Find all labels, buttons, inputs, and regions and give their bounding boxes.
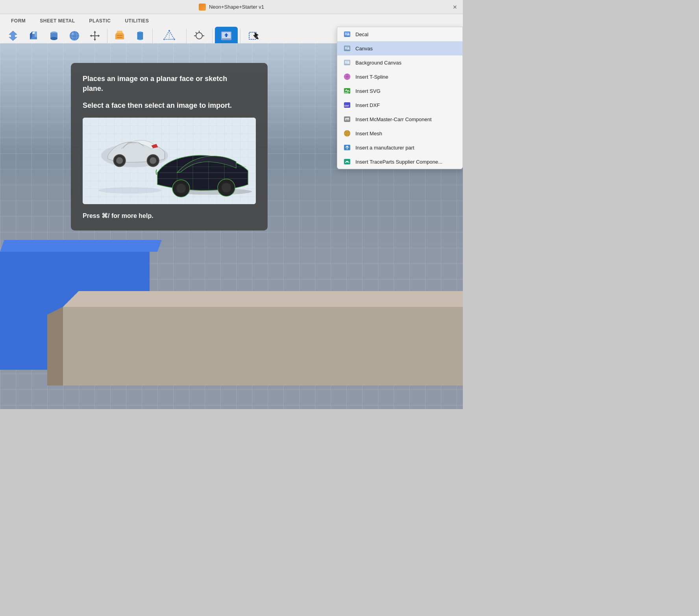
inspect-icon: [192, 28, 207, 43]
box-button[interactable]: [24, 27, 43, 45]
assemble-1-button[interactable]: [110, 27, 129, 45]
svg-point-8: [70, 31, 79, 41]
cylinder-button[interactable]: [44, 27, 64, 45]
svg-point-47: [345, 33, 347, 35]
push-pull-button[interactable]: [3, 27, 23, 45]
menu-item-svg[interactable]: SVG Insert SVG: [337, 84, 462, 98]
sphere-icon: [67, 28, 82, 43]
box-icon: [26, 28, 41, 43]
svg-point-68: [346, 161, 348, 162]
dxf-icon: DXF: [343, 101, 351, 109]
svg-point-19: [163, 39, 165, 40]
insert-icon: [219, 28, 234, 43]
canvas-icon: [343, 44, 351, 53]
traceparts-icon: [343, 157, 351, 166]
menu-item-dxf[interactable]: DXF Insert DXF: [337, 98, 462, 112]
select-icons: [243, 27, 263, 45]
construct-button[interactable]: [159, 27, 179, 45]
bg-canvas-icon: [343, 58, 351, 67]
assemble-2-button[interactable]: [130, 27, 150, 45]
select-icon: [245, 28, 260, 43]
tab-sheet-metal[interactable]: SHEET METAL: [33, 17, 82, 25]
cylinder-icon: [46, 28, 61, 43]
tspline-icon: [343, 72, 351, 81]
app-icon: [199, 4, 206, 11]
app-title: Neon+Shape+Starter v1: [209, 4, 264, 10]
menu-item-canvas-label: Canvas: [355, 46, 373, 52]
menu-item-mfr-label: Insert a manufacturer part: [355, 145, 414, 151]
tooltip-subtitle: Select a face then select an image to im…: [83, 101, 256, 110]
shape-gray: [63, 307, 463, 385]
svg-point-43: [98, 187, 161, 194]
svg-point-50: [345, 47, 347, 49]
menu-item-traceparts[interactable]: Insert TraceParts Supplier Compone...: [337, 155, 462, 169]
svg-marker-1: [9, 31, 17, 40]
svg-rect-13: [117, 31, 122, 33]
menu-item-mcmaster-label: Insert McMaster-Carr Component: [355, 116, 432, 122]
menu-item-svg-label: Insert SVG: [355, 88, 381, 94]
construct-icons: [159, 27, 179, 45]
push-pull-icon: [6, 28, 20, 43]
mcmaster-icon: [343, 115, 351, 124]
inspect-icons: [189, 27, 209, 45]
construct-icon: [162, 28, 177, 43]
sphere-button[interactable]: [65, 27, 84, 45]
tab-utilities[interactable]: UTILITIES: [118, 17, 156, 25]
close-button[interactable]: ✕: [452, 4, 458, 10]
tooltip-title: Places an image on a planar face or sket…: [83, 74, 256, 94]
modify-icons: [3, 27, 105, 45]
menu-item-tspline-label: Insert T-Spline: [355, 74, 388, 80]
insert-dropdown-menu: Decal Canvas Background Canvas: [337, 27, 463, 169]
menu-item-mcmaster[interactable]: Insert McMaster-Carr Component: [337, 112, 462, 126]
svg-rect-29: [222, 39, 231, 39]
menu-item-decal-label: Decal: [355, 31, 368, 37]
menu-item-canvas[interactable]: Canvas: [337, 41, 462, 55]
move-icon: [87, 28, 102, 43]
mesh-icon: [343, 129, 351, 138]
title-bar: Neon+Shape+Starter v1 ✕: [0, 0, 463, 14]
menu-item-decal[interactable]: Decal: [337, 27, 462, 41]
menu-item-mesh-label: Insert Mesh: [355, 131, 382, 136]
tooltip-image: [83, 118, 256, 204]
decal-icon: [343, 30, 351, 39]
svg-point-44: [173, 188, 252, 195]
svg-point-38: [150, 157, 156, 164]
assemble-2-icon: [133, 28, 148, 43]
tab-plastic[interactable]: PLASTIC: [82, 17, 118, 25]
svg-point-25: [196, 33, 202, 39]
move-button[interactable]: [85, 27, 105, 45]
assemble-1-icon: [112, 28, 127, 43]
menu-item-traceparts-label: Insert TraceParts Supplier Compone...: [355, 159, 442, 165]
tooltip-popup: Places an image on a planar face or sket…: [71, 63, 268, 231]
svg-text:SVG: SVG: [344, 92, 349, 94]
svg-point-53: [345, 61, 347, 63]
tooltip-footer: Press ⌘/ for more help.: [83, 212, 256, 219]
menu-item-mesh[interactable]: Insert Mesh: [337, 126, 462, 140]
toolbar-tabs: FORM SHEET METAL PLASTIC UTILITIES: [0, 14, 463, 25]
svg-point-54: [344, 74, 350, 80]
menu-item-bg-canvas-label: Background Canvas: [355, 60, 401, 66]
assemble-icons: [110, 27, 150, 45]
svg-point-18: [174, 39, 175, 40]
menu-item-tspline[interactable]: Insert T-Spline: [337, 70, 462, 84]
svg-point-7: [50, 37, 57, 40]
svg-icon: SVG: [343, 87, 351, 95]
svg-marker-12: [115, 32, 124, 39]
inspect-button[interactable]: [189, 27, 209, 45]
select-button[interactable]: [243, 27, 263, 45]
tab-form[interactable]: FORM: [4, 17, 33, 25]
svg-point-36: [116, 157, 123, 164]
menu-item-mfr[interactable]: Insert a manufacturer part: [337, 140, 462, 155]
menu-item-dxf-label: Insert DXF: [355, 102, 380, 108]
mfr-icon: [343, 143, 351, 152]
svg-text:DXF: DXF: [344, 105, 349, 107]
svg-point-11: [72, 33, 74, 35]
menu-item-bg-canvas[interactable]: Background Canvas: [337, 55, 462, 70]
